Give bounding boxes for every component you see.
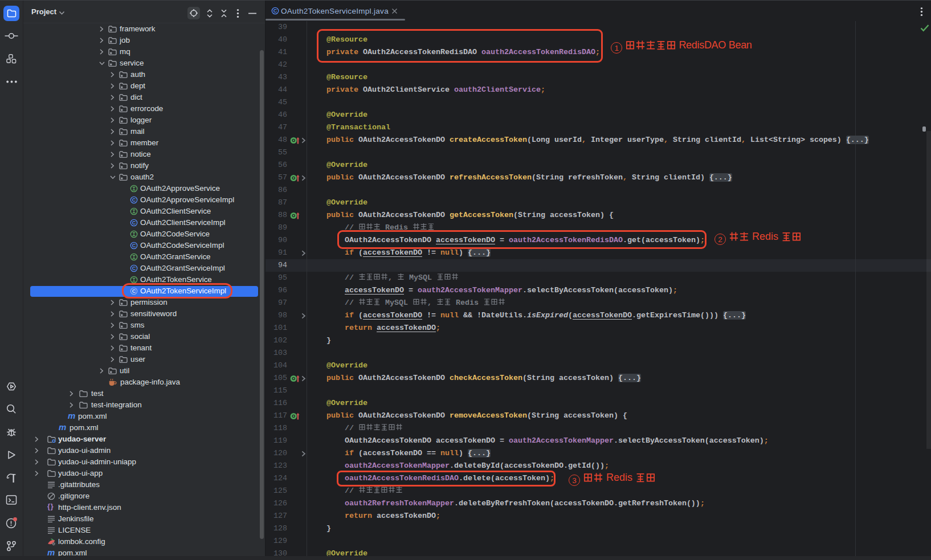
svg-text:C: C: [132, 197, 136, 203]
svg-text:C: C: [132, 265, 136, 271]
svg-text:C: C: [273, 8, 277, 14]
svg-text:C: C: [132, 220, 136, 226]
svg-text:C: C: [132, 243, 136, 248]
